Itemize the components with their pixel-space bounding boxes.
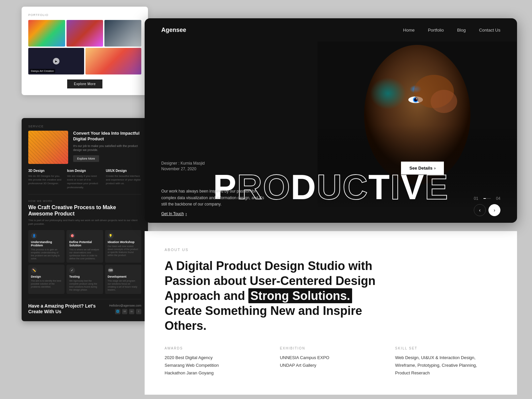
process-step-1-desc: This process is to gain an empathic unde… <box>31 248 62 260</box>
get-in-touch-link[interactable]: Get In Touch › <box>161 211 268 216</box>
service-section: Convert Your Idea Into Impactful Digital… <box>28 131 141 164</box>
design-icon: ✏️ <box>31 267 37 273</box>
exhibition-1: UNNESIA Campus EXPO <box>280 355 382 360</box>
twitter-icon[interactable]: t <box>136 309 141 314</box>
process-step-4-desc: The aim is to identify the best possible… <box>31 279 62 288</box>
process-item-3: 💡 Ideation Workshop Our team will now sc… <box>105 230 141 263</box>
linkedin-icon[interactable]: in <box>129 309 134 314</box>
slide-control: 01 04 ‹ › <box>474 196 500 216</box>
define-icon: 🎯 <box>69 233 75 239</box>
portfolio-item-3[interactable] <box>104 20 141 47</box>
mail-icon[interactable]: M <box>122 309 127 314</box>
awards-label: AWARDS <box>165 346 267 350</box>
process-item-2: 🎯 Define Potential Solution This is wher… <box>66 230 103 263</box>
exhibition-label: EXHIBITION <box>280 346 382 350</box>
main-panel: Agensee Home Portfolio Blog Contact Us <box>145 18 517 223</box>
hero-bottom: Our work has always been inspired by our… <box>161 188 500 216</box>
slide-arrows: ‹ › <box>474 204 500 216</box>
dev-icon: ⌨ <box>108 267 114 273</box>
about-headline-highlight: Strong Solutions. <box>248 288 352 303</box>
service-section-label: SERVICE <box>28 125 141 128</box>
service-cat-icon-desc: We are ready if you need icons or a set … <box>67 174 103 189</box>
slide-current: 01 <box>474 196 478 201</box>
service-title: Convert Your Idea Into Impactful Digital… <box>73 131 141 142</box>
service-cat-3d: 3D Design We do 3D Designs for you. We p… <box>28 169 64 189</box>
nav-links: Home Portfolio Blog Contact Us <box>403 27 500 33</box>
process-item-6: ⌨ Development This stage we will program… <box>105 265 141 294</box>
service-explore-button[interactable]: Explore More <box>73 155 99 162</box>
process-step-2-title: Define Potential Solution <box>69 240 100 247</box>
testing-icon: ✓ <box>69 267 75 273</box>
skill-1: Web Design, UI&UX & Interaction Design, <box>395 355 497 360</box>
service-categories: 3D Design We do 3D Designs for you. We p… <box>28 169 141 195</box>
footer-cta: Have a Amazing Project? Let's Create Wit… <box>28 299 141 315</box>
portfolio-item-1[interactable] <box>28 20 65 47</box>
how-title: We Craft Creative Process to Make Awesom… <box>28 204 141 217</box>
ideation-icon: 💡 <box>108 233 114 239</box>
see-details-button[interactable]: See Details › <box>401 162 444 175</box>
nav-item-portfolio[interactable]: Portfolio <box>428 27 444 33</box>
nav-item-contact[interactable]: Contact Us <box>479 27 500 33</box>
hero-desc-text: Our work has always been inspired by our… <box>161 188 268 207</box>
prev-slide-button[interactable]: ‹ <box>474 204 486 216</box>
service-cat-icon-title: Icon Design <box>67 169 103 173</box>
process-step-1-title: Understanding Problem <box>31 240 62 247</box>
portfolio-grid-bottom: Daisyu Art Creation ▶ <box>28 48 141 74</box>
explore-more-button[interactable]: Explore More <box>67 79 102 88</box>
nav-link-contact[interactable]: Contact Us <box>479 28 500 33</box>
service-cat-uiux-desc: Create the beautiful interface and exper… <box>106 174 141 186</box>
service-cat-3d-desc: We do 3D Designs for you. We provide the… <box>28 174 64 186</box>
understanding-icon: 👤 <box>31 233 37 239</box>
about-headline-part2: Create Something New and Inspire Others. <box>165 304 362 332</box>
process-step-3-desc: Our team will now scaled down concepts o… <box>108 245 139 257</box>
portfolio-item-5[interactable] <box>85 48 141 74</box>
process-grid: 👤 Understanding Problem This process is … <box>28 230 141 294</box>
arrow-right-icon: › <box>434 166 436 171</box>
nav-logo: Agensee <box>161 27 186 34</box>
portfolio-item-2[interactable] <box>66 20 103 47</box>
service-content: Convert Your Idea Into Impactful Digital… <box>73 131 141 164</box>
hero-section: P R O D U C T I V E Designer : Kurnia Ma… <box>145 42 517 223</box>
play-icon: ▶ <box>53 58 60 65</box>
next-slide-button[interactable]: › <box>488 204 500 216</box>
process-step-3-title: Ideation Workshop <box>108 240 139 244</box>
about-col-awards: AWARDS 2020 Best Digital Agency Semarang… <box>165 346 267 378</box>
process-item-1: 👤 Understanding Problem This process is … <box>28 230 65 263</box>
how-section: HOW WE WORK We Craft Creative Process to… <box>28 200 141 226</box>
service-cat-uiux: UI/UX Design Create the beautiful interf… <box>106 169 141 189</box>
globe-icon[interactable]: 🌐 <box>115 309 120 314</box>
about-label: ABOUT US <box>165 248 497 252</box>
service-cat-icon: Icon Design We are ready if you need ico… <box>67 169 103 189</box>
designer-name: Designer : Kurnia Masjid <box>161 161 205 166</box>
exhibition-2: UNDAP Art Gallery <box>280 363 382 368</box>
nav-item-blog[interactable]: Blog <box>457 27 466 33</box>
footer-cta-title: Have a Amazing Project? Let's Create Wit… <box>28 303 109 315</box>
service-cat-uiux-title: UI/UX Design <box>106 169 141 173</box>
process-step-5-desc: We rigorously test the complete product … <box>69 279 100 291</box>
designer-date: November 27, 2020 <box>161 167 205 171</box>
service-image <box>28 131 68 164</box>
how-desc: This is part of our philosophy and that'… <box>28 218 141 226</box>
slide-progress-fill <box>483 198 485 199</box>
process-step-2-desc: This is where we will analyse our observ… <box>69 248 100 260</box>
nav-link-portfolio[interactable]: Portfolio <box>428 28 444 33</box>
portfolio-card: PORTFOLIO Daisyu Art Creation ▶ Explore … <box>22 7 148 95</box>
portfolio-item-4[interactable]: Daisyu Art Creation ▶ <box>28 48 84 74</box>
skills-label: SKILL SET <box>395 346 497 350</box>
about-section: ABOUT US A Digital Product Design Studio… <box>145 231 517 395</box>
nav-item-home[interactable]: Home <box>403 27 415 33</box>
nav-link-blog[interactable]: Blog <box>457 28 466 33</box>
hero-description: Our work has always been inspired by our… <box>161 188 268 216</box>
nav-link-home[interactable]: Home <box>403 28 415 33</box>
about-columns: AWARDS 2020 Best Digital Agency Semarang… <box>165 346 497 378</box>
arrow-icon: › <box>186 211 187 216</box>
portfolio-item-label: Daisyu Art Creation <box>30 69 55 73</box>
slide-progress-bar <box>483 198 490 199</box>
slide-numbers: 01 04 <box>474 196 500 201</box>
service-card: SERVICE Convert Your Idea Into Impactful… <box>22 118 148 321</box>
process-step-4-title: Design <box>31 275 62 278</box>
skill-2: Wireframe, Prototyping, Creative Plannin… <box>395 363 497 368</box>
social-icons: 🌐 M in t <box>109 309 141 314</box>
process-item-4: ✏️ Design The aim is to identify the bes… <box>28 265 65 294</box>
main-nav: Agensee Home Portfolio Blog Contact Us <box>145 18 517 42</box>
